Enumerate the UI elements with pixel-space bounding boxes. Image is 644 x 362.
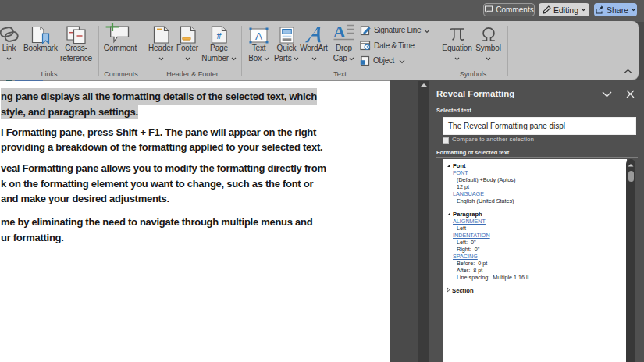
svg-text:#: # [217, 31, 222, 41]
svg-text:A: A [255, 30, 262, 42]
svg-text:A: A [333, 24, 346, 41]
